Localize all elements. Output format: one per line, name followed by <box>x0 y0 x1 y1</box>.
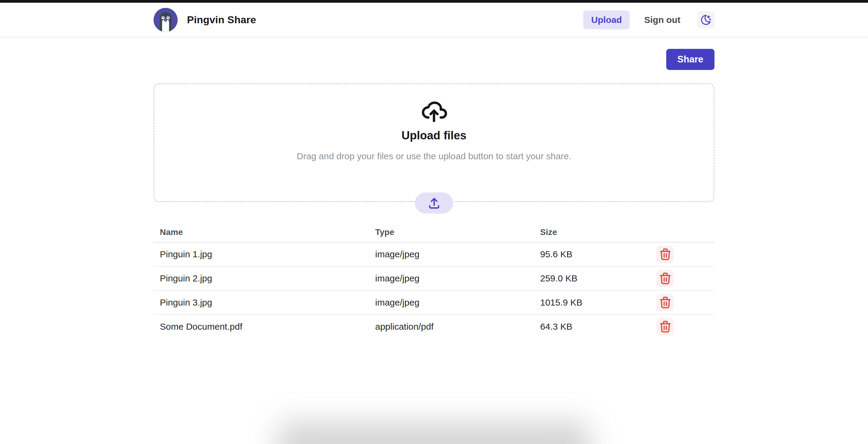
file-table: Name Type Size Pinguin 1.jpg image/jpeg … <box>154 223 714 339</box>
cloud-upload-icon <box>154 97 714 124</box>
window-top-edge <box>0 0 868 3</box>
delete-file-button[interactable] <box>657 318 674 336</box>
file-table-header: Name Type Size <box>154 223 714 243</box>
column-header-size: Size <box>540 227 657 237</box>
app-title: Pingvin Share <box>187 14 256 26</box>
home-link[interactable]: Pingvin Share <box>154 8 256 32</box>
table-row: Pinguin 2.jpg image/jpeg 259.0 KB <box>154 267 714 291</box>
file-name: Some Document.pdf <box>160 321 375 332</box>
delete-file-button[interactable] <box>657 270 674 287</box>
file-size: 95.6 KB <box>540 249 657 259</box>
table-row: Some Document.pdf application/pdf 64.3 K… <box>154 315 714 339</box>
main-content: Share Upload files Drag and drop your fi… <box>154 49 714 339</box>
table-row: Pinguin 1.jpg image/jpeg 95.6 KB <box>154 243 714 267</box>
share-button[interactable]: Share <box>666 49 714 70</box>
file-type: image/jpeg <box>375 249 540 259</box>
file-name: Pinguin 3.jpg <box>160 297 375 308</box>
dropzone-title: Upload files <box>154 129 714 142</box>
trash-icon <box>658 295 672 310</box>
column-header-name: Name <box>160 227 375 237</box>
moon-stars-icon <box>700 14 712 26</box>
file-size: 259.0 KB <box>540 273 657 284</box>
upload-icon <box>427 196 441 210</box>
trash-icon <box>658 247 672 261</box>
trash-icon <box>658 320 672 334</box>
file-name: Pinguin 2.jpg <box>160 273 375 284</box>
nav-sign-out[interactable]: Sign out <box>641 10 683 29</box>
file-dropzone[interactable]: Upload files Drag and drop your files or… <box>154 83 714 202</box>
pingvin-share-page: Pingvin Share Upload Sign out <box>0 0 868 444</box>
column-header-type: Type <box>375 227 540 237</box>
file-type: application/pdf <box>375 321 540 332</box>
penguin-logo <box>154 8 178 32</box>
theme-toggle-button[interactable] <box>697 11 714 28</box>
file-type: image/jpeg <box>375 297 540 308</box>
nav-upload[interactable]: Upload <box>583 10 630 29</box>
delete-file-button[interactable] <box>657 294 674 311</box>
trash-icon <box>658 272 672 285</box>
bottom-shadow <box>277 422 591 444</box>
table-row: Pinguin 3.jpg image/jpeg 1015.9 KB <box>154 291 714 315</box>
upload-files-button[interactable] <box>415 192 453 214</box>
app-header: Pingvin Share Upload Sign out <box>0 3 868 37</box>
dropzone-subtitle: Drag and drop your files or use the uplo… <box>154 151 714 161</box>
file-name: Pinguin 1.jpg <box>160 249 375 259</box>
delete-file-button[interactable] <box>657 246 674 263</box>
header-nav: Upload Sign out <box>583 10 714 29</box>
file-type: image/jpeg <box>375 273 540 284</box>
file-size: 64.3 KB <box>540 321 657 332</box>
file-size: 1015.9 KB <box>540 297 657 308</box>
